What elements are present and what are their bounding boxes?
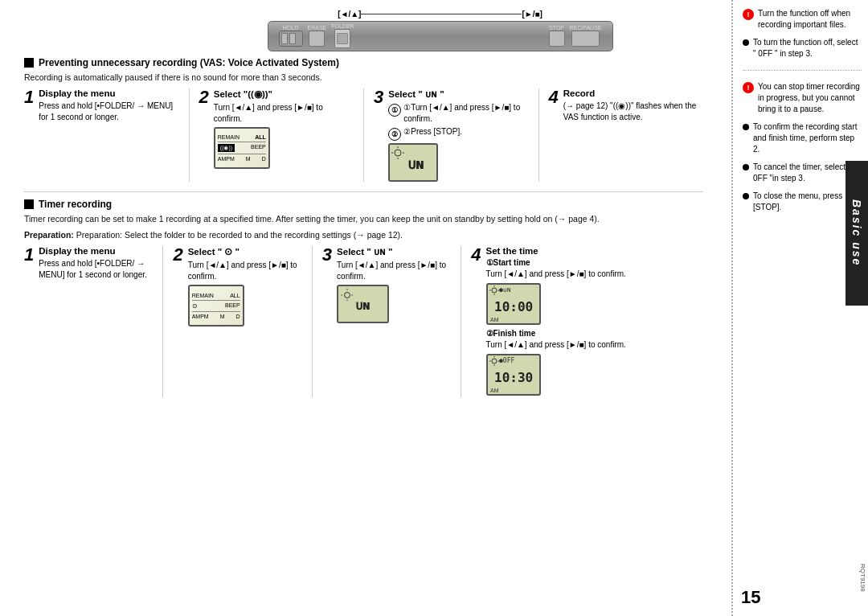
section2-subtitle: Timer recording can be set to make 1 rec… — [24, 214, 703, 224]
s2-step1-number: 1 — [24, 246, 34, 264]
step1-content: Display the menu Press and hold [•FOLDER… — [39, 88, 178, 123]
s2-step1-content: Display the menu Press and hold [•FOLDER… — [39, 246, 153, 281]
step3-lcd: ᴜɴ — [388, 143, 438, 182]
timer-remain: REMAIN — [192, 293, 214, 298]
menu-row-1: REMAIN ALL — [218, 134, 266, 140]
step3-content: Select " ᴜɴ " ① ①Turn [◄/▲] and press [►… — [388, 88, 528, 182]
svg-text:AM: AM — [490, 388, 499, 393]
step2-lcd: REMAIN ALL ((◉)) BEEP AMPM M D — [214, 127, 270, 169]
section1-title: Preventing unnecessary recording (VAS: V… — [39, 57, 339, 68]
s2-step2-number: 2 — [173, 246, 182, 264]
on-timer-display: ●ᴜɴ 10:00 AM — [486, 283, 541, 325]
step3-sub2: ② ②Press [STOP]. — [388, 126, 528, 141]
page-container: [◄/▲] [►/■] HOLD — [0, 0, 868, 616]
finish-time-text: Turn [◄/▲] and press [►/■] to confirm. — [486, 340, 704, 349]
menu-row-2: ((◉)) BEEP — [218, 144, 266, 152]
step4-number: 4 — [549, 88, 559, 106]
s2-step4-title: Set the time — [486, 246, 704, 256]
note-vas-warning: ! Turn the function off when recording i… — [743, 8, 862, 31]
step4-content: Record (→ page 12) "((◉))" flashes when … — [563, 88, 703, 123]
start-time-label: ①Start time — [486, 258, 704, 267]
step2-number: 2 — [199, 88, 209, 106]
svg-text:AM: AM — [490, 317, 499, 322]
section1-black-square — [24, 58, 34, 68]
s2-step3-text: Turn [◄/▲] and press [►/■] to confirm. — [337, 260, 451, 282]
note-turn-off-text: To turn the function off, select " 0FF "… — [753, 37, 862, 60]
svg-point-0 — [395, 150, 401, 156]
svg-text:ᴜɴ: ᴜɴ — [355, 298, 371, 313]
beep-label: BEEP — [251, 144, 266, 152]
substep-1-circle: ① — [388, 104, 401, 117]
section1-steps: 1 Display the menu Press and hold [•FOLD… — [24, 88, 703, 182]
ampm-label: AMPM — [218, 156, 235, 162]
step-divider-1 — [189, 88, 190, 182]
s2-step-divider-1 — [162, 246, 163, 397]
warning-icon-1: ! — [743, 9, 754, 20]
timer-beep: BEEP — [225, 302, 240, 310]
note-confirm-time: To confirm the recording start and finis… — [743, 121, 862, 155]
s2-step-divider-2 — [312, 246, 313, 397]
section1-step4: 4 Record (→ page 12) "((◉))" flashes whe… — [549, 88, 704, 123]
section2-header: Timer recording — [24, 199, 703, 210]
s2-finish-time: ②Finish time Turn [◄/▲] and press [►/■] … — [486, 329, 704, 396]
warning-icon-2: ! — [743, 82, 754, 93]
note-timer-warning-text: You can stop timer recording in progress… — [758, 81, 862, 115]
s2-step3-title: Select " ᴜɴ " — [337, 246, 451, 257]
s2-step3-number: 3 — [322, 246, 332, 264]
s2-step3-content: Select " ᴜɴ " Turn [◄/▲] and press [►/■]… — [337, 246, 451, 323]
bullet-icon-1 — [743, 39, 749, 46]
note-confirm-text: To confirm the recording start and finis… — [753, 121, 862, 155]
bullet-icon-4 — [743, 193, 749, 199]
s2-step2-text: Turn [◄/▲] and press [►/■] to confirm. — [188, 260, 302, 282]
section1-step2: 2 Select "((◉))" Turn [◄/▲] and press [►… — [199, 88, 354, 169]
section1-step3: 3 Select " ᴜɴ " ① ①Turn [◄/▲] and press … — [374, 88, 529, 182]
step3-text2: ②Press [STOP]. — [403, 126, 462, 138]
timer-icon: ⊙ — [192, 302, 198, 310]
off-timer-svg: ●0FF 10:30 AM — [488, 355, 539, 395]
step4-title: Record — [563, 88, 703, 98]
s2-step1-title: Display the menu — [39, 246, 153, 256]
svg-point-20 — [492, 359, 497, 363]
section2-step1: 1 Display the menu Press and hold [•FOLD… — [24, 246, 153, 281]
start-time-text: Turn [◄/▲] and press [►/■] to confirm. — [486, 269, 704, 278]
timer-menu-row-1: REMAIN ALL — [192, 293, 240, 298]
step1-title: Display the menu — [39, 88, 178, 98]
rqt-number: RQT9198 — [859, 564, 866, 592]
timer-ampm: AMPM — [192, 314, 209, 319]
svg-point-6 — [345, 293, 350, 298]
erase-label: ERASE — [308, 25, 327, 31]
d-label: D — [262, 156, 266, 162]
stop-label: STOP — [549, 25, 564, 31]
section1-header: Preventing unnecessary recording (VAS: V… — [24, 57, 703, 68]
mic-icon: ((◉)) — [218, 144, 235, 152]
timer-menu-row-3: AMPM M D — [192, 314, 240, 319]
note-close-menu: To close the menu, press [STOP]. — [743, 191, 862, 213]
step4-text: (→ page 12) "((◉))" flashes when the VAS… — [563, 101, 703, 123]
right-notes-panel: ! Turn the function off when recording i… — [731, 0, 868, 616]
section2-step4: 4 Set the time ①Start time Turn [◄/▲] an… — [471, 246, 703, 397]
step2-title: Select "((◉))" — [214, 88, 354, 100]
svg-point-12 — [492, 288, 497, 293]
bullet-icon-2 — [743, 124, 749, 130]
section2-preparation: Preparation: Preparation: Select the fol… — [24, 230, 703, 240]
folder-label: FOLDER — [331, 23, 354, 29]
note-timer-warning: ! You can stop timer recording in progre… — [743, 81, 862, 115]
section2-black-square — [24, 199, 34, 209]
step-divider-3 — [538, 88, 539, 182]
timer-m: M — [220, 314, 225, 319]
bullet-icon-3 — [743, 164, 749, 170]
step2-text: Turn [◄/▲] and press [►/■] to confirm. — [214, 102, 354, 125]
off-timer-display: ●0FF 10:30 AM — [486, 354, 541, 396]
svg-text:10:00: 10:00 — [494, 299, 533, 314]
un-display-svg: ᴜɴ — [391, 146, 436, 179]
step2-content: Select "((◉))" Turn [◄/▲] and press [►/■… — [214, 88, 354, 169]
device-body: HOLD ERASE FOLDER — [268, 21, 613, 51]
s2-step4-number: 4 — [471, 246, 481, 264]
step-divider-2 — [363, 88, 364, 182]
step3-title: Select " ᴜɴ " — [388, 88, 528, 100]
s2-step3-lcd: ᴜɴ — [337, 285, 389, 323]
on-timer-svg: ●ᴜɴ 10:00 AM — [488, 284, 539, 324]
note-vas-warning-text: Turn the function off when recording imp… — [758, 8, 862, 31]
finish-time-label: ②Finish time — [486, 329, 704, 338]
s2-step4-content: Set the time ①Start time Turn [◄/▲] and … — [486, 246, 704, 397]
